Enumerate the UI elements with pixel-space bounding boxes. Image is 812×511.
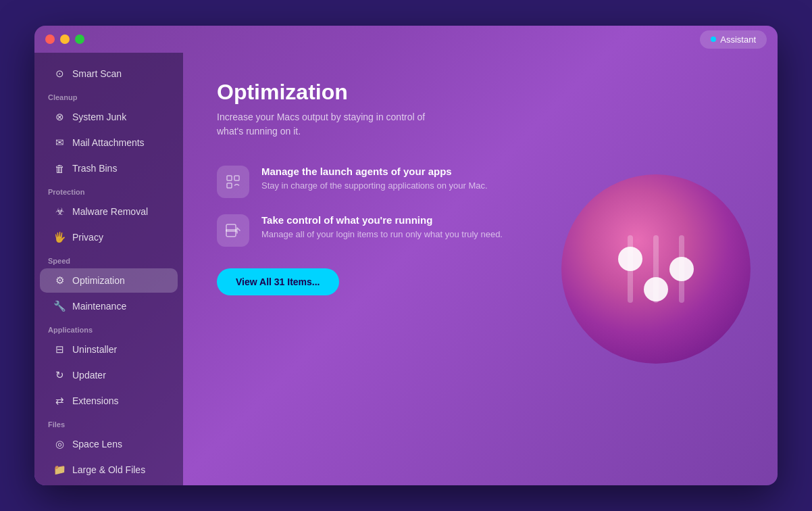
uninstaller-icon: ⊟ [53, 343, 66, 356]
sidebar-label-system-junk: System Junk [72, 112, 126, 122]
malware-removal-icon: ☣ [53, 205, 66, 218]
sidebar-item-malware-removal[interactable]: ☣ Malware Removal [40, 199, 178, 224]
sidebar-label-smart-scan: Smart Scan [72, 68, 122, 79]
illustration-circle [561, 174, 751, 364]
svg-rect-3 [226, 224, 236, 237]
updater-icon: ↻ [53, 369, 66, 381]
maximize-button[interactable] [75, 34, 84, 44]
optimization-illustration [561, 174, 751, 364]
app-window: Assistant ⊙ Smart Scan Cleanup ⊗ System … [34, 26, 778, 485]
sidebar-item-optimization[interactable]: ⚙ Optimization [40, 268, 178, 293]
trash-bins-icon: 🗑 [53, 162, 66, 174]
feature-text-launch-agents: Manage the launch agents of your apps St… [261, 166, 488, 192]
view-all-button[interactable]: View All 31 Items... [217, 268, 339, 295]
sidebar-label-privacy: Privacy [72, 232, 103, 243]
mail-attachments-icon: ✉ [53, 137, 66, 149]
section-label-cleanup: Cleanup [34, 87, 183, 104]
system-junk-icon: ⊗ [53, 111, 66, 123]
launch-agents-icon [217, 166, 249, 198]
feature-text-login-items: Take control of what you're running Mana… [261, 214, 503, 241]
feature-title-launch-agents: Manage the launch agents of your apps [261, 166, 488, 177]
feature-title-login-items: Take control of what you're running [261, 214, 503, 226]
sidebar-item-mail-attachments[interactable]: ✉ Mail Attachments [40, 130, 178, 155]
space-lens-icon: ◎ [53, 438, 66, 450]
sidebar-item-uninstaller[interactable]: ⊟ Uninstaller [40, 337, 178, 362]
main-content: Optimization Increase your Macs output b… [183, 53, 778, 485]
feature-desc-login-items: Manage all of your login items to run on… [261, 228, 503, 241]
section-label-protection: Protection [34, 181, 183, 199]
svg-rect-2 [227, 183, 232, 188]
maintenance-icon: 🔧 [53, 300, 66, 312]
assistant-label: Assistant [720, 34, 756, 45]
sidebar-label-extensions: Extensions [72, 395, 118, 406]
sidebar-label-updater: Updater [72, 370, 106, 381]
sidebar-item-space-lens[interactable]: ◎ Space Lens [40, 432, 178, 456]
sidebar-item-updater[interactable]: ↻ Updater [40, 363, 178, 387]
feature-list: Manage the launch agents of your apps St… [217, 166, 541, 247]
sidebar-item-system-junk[interactable]: ⊗ System Junk [40, 105, 178, 129]
svg-point-7 [618, 247, 642, 271]
sidebar-item-privacy[interactable]: 🖐 Privacy [40, 225, 178, 249]
sidebar-item-smart-scan[interactable]: ⊙ Smart Scan [40, 62, 178, 86]
sidebar-label-space-lens: Space Lens [72, 439, 122, 449]
svg-point-9 [644, 277, 668, 301]
sidebar-label-uninstaller: Uninstaller [72, 344, 117, 355]
sidebar: ⊙ Smart Scan Cleanup ⊗ System Junk ✉ Mai… [34, 53, 183, 485]
section-label-speed: Speed [34, 250, 183, 268]
sidebar-item-maintenance[interactable]: 🔧 Maintenance [40, 294, 178, 318]
assistant-button[interactable]: Assistant [700, 30, 767, 49]
optimization-icon: ⚙ [53, 274, 66, 287]
section-label-files: Files [34, 414, 183, 431]
page-title: Optimization [217, 80, 744, 105]
minimize-button[interactable] [60, 34, 70, 44]
large-old-files-icon: 📁 [53, 464, 66, 476]
sidebar-label-large-old-files: Large & Old Files [72, 464, 145, 475]
sidebar-item-large-old-files[interactable]: 📁 Large & Old Files [40, 458, 178, 482]
sidebar-item-shredder[interactable]: ⚀ Shredder [40, 483, 178, 485]
privacy-icon: 🖐 [53, 231, 66, 243]
svg-point-8 [669, 257, 694, 281]
traffic-lights [45, 34, 84, 44]
sidebar-item-extensions[interactable]: ⇄ Extensions [40, 389, 178, 413]
smart-scan-icon: ⊙ [53, 68, 66, 80]
close-button[interactable] [45, 34, 55, 44]
sidebar-item-trash-bins[interactable]: 🗑 Trash Bins [40, 156, 178, 180]
extensions-icon: ⇄ [53, 395, 66, 407]
feature-item-launch-agents: Manage the launch agents of your apps St… [217, 166, 541, 198]
section-label-applications: Applications [34, 319, 183, 337]
titlebar: Assistant [34, 26, 778, 53]
login-items-icon [217, 214, 249, 247]
sliders-svg [602, 215, 710, 323]
sidebar-label-trash-bins: Trash Bins [72, 163, 117, 174]
sidebar-label-mail-attachments: Mail Attachments [72, 137, 145, 148]
feature-item-login-items: Take control of what you're running Mana… [217, 214, 541, 247]
content-area: ⊙ Smart Scan Cleanup ⊗ System Junk ✉ Mai… [34, 53, 778, 485]
sidebar-label-optimization: Optimization [72, 275, 125, 286]
sidebar-label-malware-removal: Malware Removal [72, 206, 148, 217]
sidebar-label-maintenance: Maintenance [72, 301, 126, 312]
svg-rect-1 [234, 176, 239, 180]
svg-rect-0 [227, 176, 232, 180]
feature-desc-launch-agents: Stay in charge of the supporting applica… [261, 180, 488, 192]
assistant-dot-icon [711, 36, 716, 42]
page-subtitle: Increase your Macs output by staying in … [217, 110, 433, 139]
